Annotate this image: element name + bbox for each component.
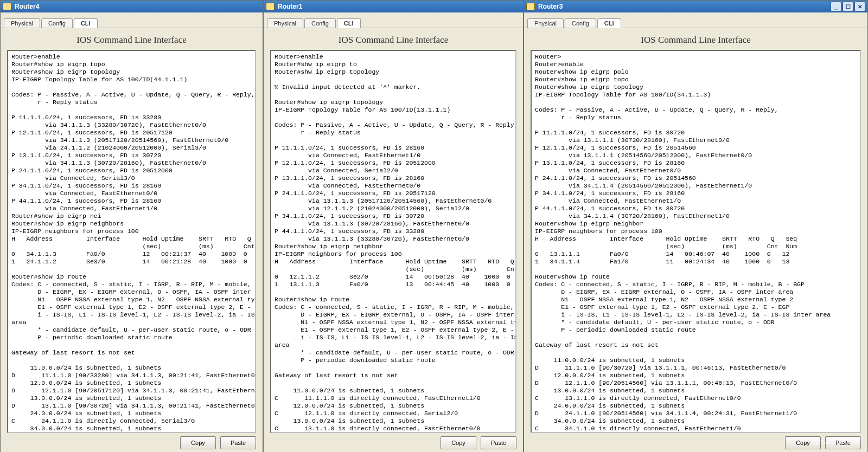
panel-body: IOS Command Line Interface Router> Route… (524, 28, 867, 452)
panel-body: IOS Command Line Interface Router>enable… (264, 28, 523, 452)
tabs-router1: Physical Config CLI (264, 12, 523, 28)
button-row: Copy Paste (270, 433, 516, 449)
tab-physical[interactable]: Physical (267, 18, 303, 28)
copy-button[interactable]: Copy (441, 436, 476, 449)
titlebar-router4[interactable]: Router4 (1, 1, 263, 12)
router-icon (266, 3, 275, 10)
panel-body: IOS Command Line Interface Router>enable… (1, 28, 263, 452)
router-icon (526, 3, 535, 10)
cli-output-router3[interactable]: Router> Router>enable Router#show ip eig… (532, 51, 860, 432)
cli-frame: Router>enable Router#shw ip eigrp to Rou… (270, 50, 516, 433)
cli-output-router1[interactable]: Router>enable Router#shw ip eigrp to Rou… (271, 51, 515, 432)
tab-config[interactable]: Config (304, 18, 336, 28)
tabs-router3: Physical Config CLI (524, 12, 867, 28)
panel-title: IOS Command Line Interface (7, 35, 256, 46)
tab-cli[interactable]: CLI (337, 18, 361, 28)
router-icon (3, 3, 11, 10)
window-title: Router1 (278, 3, 302, 10)
button-row: Copy Paste (7, 433, 256, 449)
paste-button[interactable]: Paste (825, 436, 861, 449)
cli-output-router4[interactable]: Router>enable Router#show ip eigrp topo … (8, 51, 255, 432)
tab-config[interactable]: Config (565, 18, 596, 28)
window-title: Router4 (15, 3, 39, 10)
cli-frame: Router>enable Router#show ip eigrp topo … (7, 50, 256, 433)
window-router1: Router1 Physical Config CLI IOS Command … (263, 0, 524, 452)
close-button[interactable]: ✕ (854, 2, 865, 11)
titlebar-router3[interactable]: Router3 _ ☐ ✕ (524, 1, 867, 12)
copy-button[interactable]: Copy (785, 436, 821, 449)
window-router4: Router4 Physical Config CLI IOS Command … (0, 0, 263, 452)
window-buttons: _ ☐ ✕ (831, 2, 865, 11)
tab-physical[interactable]: Physical (4, 18, 40, 28)
tab-config[interactable]: Config (41, 18, 73, 28)
window-router3: Router3 _ ☐ ✕ Physical Config CLI IOS Co… (524, 0, 868, 452)
tab-cli[interactable]: CLI (597, 18, 621, 28)
paste-button[interactable]: Paste (481, 436, 516, 449)
window-title: Router3 (538, 3, 563, 10)
minimize-button[interactable]: _ (831, 2, 841, 11)
panel-title: IOS Command Line Interface (270, 35, 516, 46)
paste-button[interactable]: Paste (220, 436, 256, 449)
maximize-button[interactable]: ☐ (843, 2, 853, 11)
copy-button[interactable]: Copy (180, 436, 216, 449)
desktop: Router4 Physical Config CLI IOS Command … (0, 0, 868, 452)
tab-cli[interactable]: CLI (74, 18, 98, 28)
titlebar-router1[interactable]: Router1 (264, 1, 523, 12)
tab-physical[interactable]: Physical (527, 18, 564, 28)
cli-frame: Router> Router>enable Router#show ip eig… (531, 50, 861, 433)
tabs-router4: Physical Config CLI (1, 12, 263, 28)
button-row: Copy Paste (531, 433, 861, 449)
panel-title: IOS Command Line Interface (531, 35, 861, 46)
